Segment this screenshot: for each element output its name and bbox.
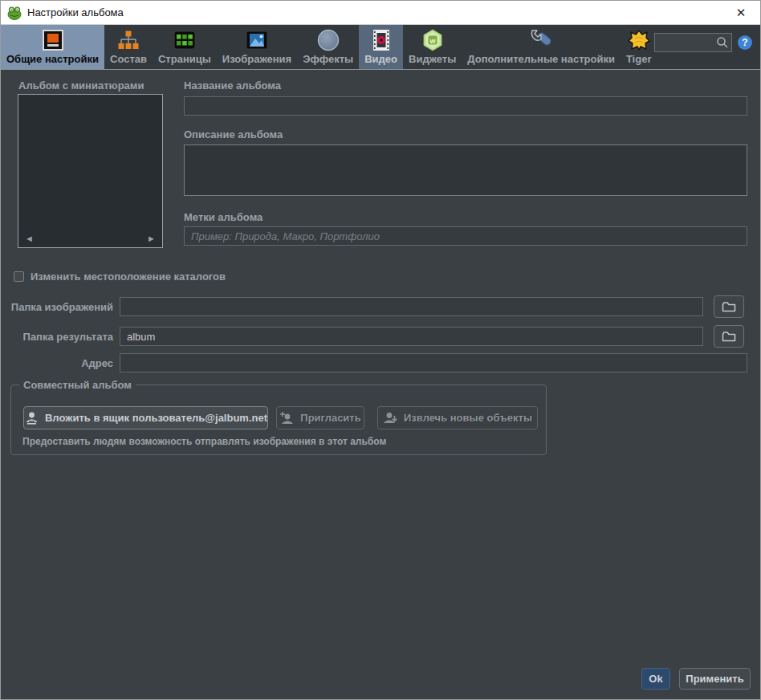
folder-icon [722,331,736,343]
invite-button[interactable]: Пригласить [276,406,364,429]
titlebar: Настройки альбома ✕ [1,1,760,25]
tab-label: Эффекты [303,53,353,65]
prev-arrow-icon[interactable]: ◄ [25,234,34,243]
address-input[interactable] [120,353,747,372]
tab-label: Дополнительные настройки [467,53,615,65]
tab-general-settings[interactable]: Общие настройки [1,25,104,69]
help-icon[interactable]: ? [738,35,752,50]
tab-pages[interactable]: Страницы [153,25,217,69]
effects-icon [317,27,340,53]
close-icon[interactable]: ✕ [732,4,750,22]
svg-text:w: w [429,37,436,45]
structure-icon [117,27,140,53]
tab-label: Видео [364,53,397,65]
album-description-textarea[interactable] [184,144,747,196]
tab-label: Страницы [158,53,211,65]
tab-video[interactable]: Видео [359,25,403,69]
apply-button[interactable]: Применить [679,668,751,690]
video-icon [372,27,391,53]
tab-tiger[interactable]: Tiger [621,25,657,69]
tiger-skin-icon [627,27,651,53]
tab-label: Общие настройки [6,53,99,65]
folder-icon [722,301,736,313]
tab-label: Изображения [222,53,291,65]
thumbnails-label: Альбом с миниатюрами [18,79,144,92]
album-tags-input[interactable] [184,226,747,246]
tab-effects[interactable]: Эффекты [297,25,359,69]
images-icon [246,27,268,53]
ok-button[interactable]: Ok [641,668,670,690]
browse-result-folder-button[interactable] [714,325,744,348]
toolbar-right-group: ? [654,33,752,52]
tab-label: Состав [110,53,147,65]
widgets-icon: w [421,27,444,53]
address-label: Адрес [9,357,113,369]
user-download-icon [383,411,398,425]
settings-toolbar: Общие настройки Состав [1,25,760,70]
user-inbox-icon [24,411,39,425]
next-arrow-icon[interactable]: ► [147,234,156,243]
tab-label: Tiger [626,53,652,65]
drop-box-button-label: Вложить в ящик пользователь@jalbum.net [45,412,267,424]
album-name-label: Название альбома [184,79,281,92]
shared-album-legend: Совместный альбом [19,379,136,391]
fetch-new-objects-button[interactable]: Извлечь новые объекты [377,406,538,429]
thumbnail-preview-box[interactable]: ◄ ► [18,94,163,248]
image-folder-input[interactable] [120,297,703,316]
shared-album-group: Совместный альбом Вложить в ящик пользов… [10,385,547,455]
general-settings-icon [43,27,63,53]
change-location-checkbox[interactable] [14,271,24,282]
search-box [654,33,732,52]
tab-advanced-settings[interactable]: Дополнительные настройки [462,25,621,69]
album-name-input[interactable] [184,96,747,116]
tab-widgets[interactable]: w Виджеты [403,25,462,69]
album-settings-dialog: Настройки альбома ✕ Общие настройки [0,0,761,700]
shared-album-caption: Предоставить людям возможность отправлят… [22,436,386,447]
wrench-icon [529,27,553,53]
result-folder-label: Папка результата [9,331,113,343]
image-folder-label: Папка изображений [9,301,113,313]
search-icon [716,36,729,49]
jalbum-frog-icon [7,6,22,20]
window-title: Настройки альбома [27,6,124,18]
fetch-new-objects-button-label: Извлечь новые объекты [404,412,532,424]
invite-button-label: Пригласить [300,412,360,424]
tab-structure[interactable]: Состав [104,25,153,69]
change-location-label: Изменить местоположение каталогов [31,271,226,283]
album-description-label: Описание альбома [184,128,283,140]
album-tags-label: Метки альбома [184,211,262,223]
result-folder-input[interactable] [120,327,703,346]
browse-image-folder-button[interactable] [714,295,744,318]
tab-images[interactable]: Изображения [217,25,297,69]
tab-label: Виджеты [409,53,456,65]
pages-icon [173,27,196,53]
user-add-icon [279,411,295,425]
drop-box-button[interactable]: Вложить в ящик пользователь@jalbum.net [23,406,268,429]
